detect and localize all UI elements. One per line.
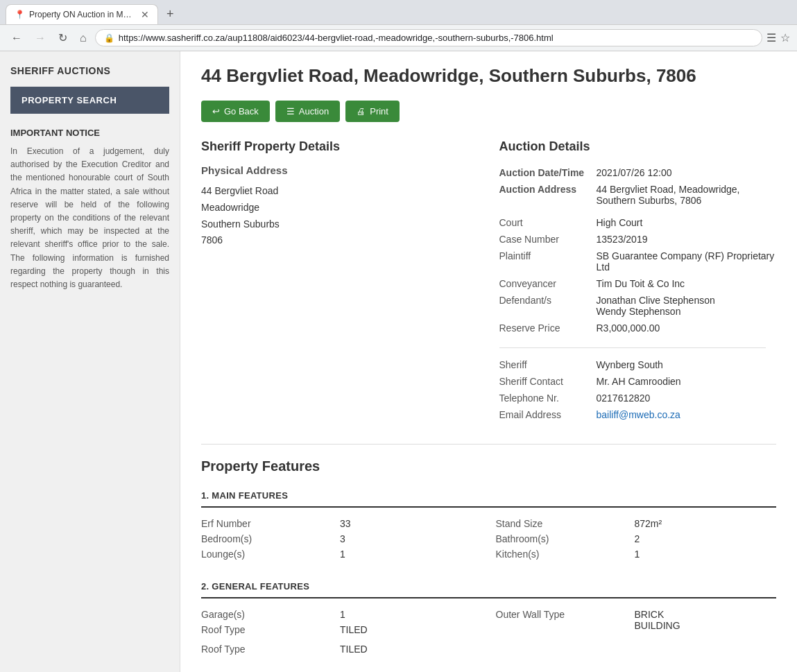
active-tab[interactable]: 📍 Property ON Auction in Meado ✕	[6, 4, 158, 24]
table-row: Sheriff Wynberg South	[499, 356, 777, 373]
feature-value: TILED	[340, 624, 409, 635]
address-block: 44 Bergvliet Road Meadowridge Southern S…	[201, 183, 479, 249]
features-title: Property Features	[201, 458, 776, 474]
feature-right-col: Outer Wall Type BRICK BUILDING	[496, 607, 777, 657]
field-label: Plaintiff	[499, 248, 597, 275]
go-back-label: Go Back	[224, 106, 259, 117]
sidebar-title: SHERIFF AUCTIONS	[10, 65, 169, 76]
table-row: Plaintiff SB Guarantee Company (RF) Prop…	[499, 248, 777, 275]
refresh-button[interactable]: ↻	[54, 29, 71, 46]
bookmark-list-icon[interactable]: ☰	[766, 31, 776, 44]
features-container: 1. MAIN FEATURES Erf Number 33 Bedroom(s…	[201, 485, 776, 657]
feature-label: Roof Type	[201, 624, 340, 635]
tab-title: Property ON Auction in Meado	[29, 10, 134, 19]
main-content: 44 Bergvliet Road, Meadowridge, Southern…	[180, 51, 797, 672]
nav-right-icons: ☰ ☆	[766, 31, 790, 44]
list-item: Outer Wall Type BRICK BUILDING	[496, 607, 777, 633]
page-layout: SHERIFF AUCTIONS PROPERTY SEARCH IMPORTA…	[0, 51, 797, 672]
feature-value: TILED	[340, 644, 409, 655]
table-row: Reserve Price R3,000,000.00	[499, 320, 777, 336]
address-line3: Southern Suburbs	[201, 216, 479, 233]
auction-table: Auction Date/Time 2021/07/26 12:00 Aucti…	[499, 164, 777, 423]
go-back-button[interactable]: ↩ Go Back	[201, 101, 270, 122]
field-value: 2021/07/26 12:00	[597, 164, 777, 181]
feature-label: Outer Wall Type	[496, 609, 635, 631]
field-value: 44 Bergvliet Road, Meadowridge, Southern…	[597, 181, 777, 209]
separator	[201, 444, 776, 445]
field-label: Sheriff Contact	[499, 373, 597, 390]
field-label: Auction Date/Time	[499, 164, 597, 181]
important-notice-text: In Execution of a judgement, duly author…	[10, 145, 169, 291]
print-icon: 🖨	[357, 106, 366, 117]
new-tab-button[interactable]: +	[162, 6, 178, 23]
property-search-button[interactable]: PROPERTY SEARCH	[10, 87, 169, 114]
field-value: High Court	[597, 214, 777, 231]
feature-label: Garage(s)	[201, 609, 340, 620]
important-notice-title: IMPORTANT NOTICE	[10, 128, 169, 138]
table-row: Conveyancer Tim Du Toit & Co Inc	[499, 275, 777, 292]
feature-group: 2. GENERAL FEATURES Garage(s) 1 Roof Typ…	[201, 576, 776, 657]
auction-button[interactable]: ☰ Auction	[275, 101, 340, 122]
action-buttons: ↩ Go Back ☰ Auction 🖨 Print	[201, 101, 776, 122]
feature-right-col: Stand Size 872m² Bathroom(s) 2 Kitchen(s…	[496, 516, 777, 562]
feature-label: Bathroom(s)	[496, 533, 635, 544]
feature-label: Lounge(s)	[201, 549, 340, 560]
list-item	[496, 641, 777, 646]
feature-label: Stand Size	[496, 518, 635, 529]
field-value: Wynberg South	[597, 356, 777, 373]
home-button[interactable]: ⌂	[76, 30, 91, 46]
list-item: Bathroom(s) 2	[496, 531, 777, 546]
address-bar[interactable]: 🔒 https://www.sasheriff.co.za/aup11808/a…	[95, 29, 762, 46]
feature-label: Kitchen(s)	[496, 549, 635, 560]
address-line2: Meadowridge	[201, 200, 479, 216]
bookmark-star-icon[interactable]: ☆	[780, 31, 790, 44]
list-item: Erf Number 33	[201, 516, 482, 531]
feature-value: 2	[635, 533, 704, 544]
field-label: Sheriff	[499, 356, 597, 373]
feature-label: Roof Type	[201, 644, 340, 655]
field-label: Auction Address	[499, 181, 597, 209]
print-button[interactable]: 🖨 Print	[345, 101, 400, 122]
field-value: SB Guarantee Company (RF) Proprietary Lt…	[597, 248, 777, 275]
feature-left-col: Erf Number 33 Bedroom(s) 3 Lounge(s) 1	[201, 516, 482, 562]
field-label: Conveyancer	[499, 275, 597, 292]
list-item: Lounge(s) 1	[201, 546, 482, 562]
go-back-icon: ↩	[212, 106, 220, 117]
email-link[interactable]: bailiff@mweb.co.za	[597, 409, 680, 420]
feature-group: 1. MAIN FEATURES Erf Number 33 Bedroom(s…	[201, 485, 776, 562]
table-row: Sheriff Contact Mr. AH Camroodien	[499, 373, 777, 390]
table-row: Telephone Nr. 0217612820	[499, 390, 777, 406]
tab-favicon: 📍	[15, 10, 25, 19]
list-item: Bedroom(s) 3	[201, 531, 482, 546]
field-value: R3,000,000.00	[597, 320, 777, 336]
feature-value: BRICK BUILDING	[635, 609, 704, 631]
browser-chrome: 📍 Property ON Auction in Meado ✕ + ← → ↻…	[0, 0, 797, 51]
nav-bar: ← → ↻ ⌂ 🔒 https://www.sasheriff.co.za/au…	[0, 24, 797, 51]
forward-button[interactable]: →	[31, 30, 50, 46]
table-row: Court High Court	[499, 214, 777, 231]
feature-group-title: 2. GENERAL FEATURES	[201, 576, 776, 598]
feature-value: 1	[635, 549, 704, 560]
field-label: Defendant/s	[499, 292, 597, 320]
address-line4: 7806	[201, 232, 479, 249]
feature-label: Erf Number	[201, 518, 340, 529]
table-row: Auction Date/Time 2021/07/26 12:00	[499, 164, 777, 181]
back-button[interactable]: ←	[7, 30, 26, 46]
property-title: 44 Bergvliet Road, Meadowridge, Southern…	[201, 65, 776, 87]
tab-close-btn[interactable]: ✕	[141, 9, 149, 20]
list-icon: ☰	[286, 106, 295, 117]
field-value: Jonathan Clive StephensonWendy Stephenso…	[597, 292, 777, 320]
table-row: Auction Address 44 Bergvliet Road, Meado…	[499, 181, 777, 209]
list-item: Roof Type TILED	[201, 641, 482, 657]
list-item: Kitchen(s) 1	[496, 546, 777, 562]
field-value: 0217612820	[597, 390, 777, 406]
field-value: 13523/2019	[597, 231, 777, 248]
address-line1: 44 Bergvliet Road	[201, 183, 479, 200]
table-row: Email Address bailiff@mweb.co.za	[499, 406, 777, 423]
tab-bar: 📍 Property ON Auction in Meado ✕ +	[0, 0, 797, 24]
features-section: Property Features 1. MAIN FEATURES Erf N…	[201, 458, 776, 657]
field-label: Court	[499, 214, 597, 231]
field-label: Reserve Price	[499, 320, 597, 336]
table-row: Defendant/s Jonathan Clive StephensonWen…	[499, 292, 777, 320]
list-item: Stand Size 872m²	[496, 516, 777, 531]
